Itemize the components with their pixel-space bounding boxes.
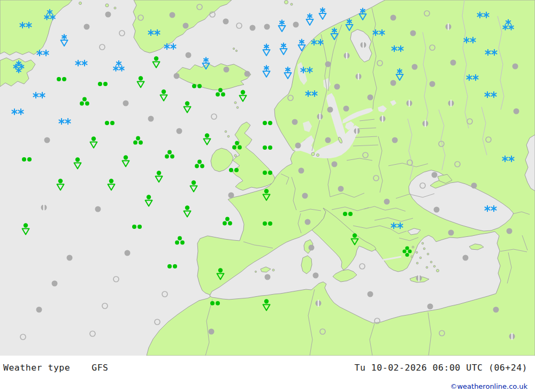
overcast-symbol [183,23,189,29]
status-line: Weather type GFS Tu 10-02-2026 06:00 UTC… [0,356,535,373]
overcast-symbol [292,119,298,125]
overcast-symbol [123,101,129,106]
overcast-symbol [170,12,175,18]
overcast-symbol [448,230,454,236]
overcast-symbol [148,116,154,122]
overcast-symbol [105,12,111,18]
overcast-symbol [302,193,308,199]
overcast-symbol [434,207,440,213]
overcast-symbol [305,219,311,225]
overcast-symbol [186,52,192,58]
overcast-symbol [309,245,315,251]
datetime-label: Tu 10-02-2026 06:00 UTC (06+24) [355,363,528,373]
overcast-symbol [264,24,270,30]
overcast-symbol [174,73,180,79]
overcast-symbol [250,25,256,31]
overcast-symbol [384,199,390,205]
overcast-symbol [471,183,477,189]
overcast-symbol [334,84,340,90]
overcast-symbol [507,228,513,234]
overcast-symbol [514,109,519,114]
overcast-symbol [36,307,42,313]
europe-weather-map [0,0,535,356]
status-bar: Weather type GFS Tu 10-02-2026 06:00 UTC… [0,356,535,392]
overcast-symbol [327,107,333,113]
overcast-symbol [368,291,373,297]
overcast-symbol [410,30,416,36]
overcast-symbol [432,172,438,178]
overcast-symbol [177,128,182,134]
overcast-symbol [391,15,396,21]
overcast-symbol [392,137,398,143]
overcast-symbol [325,137,331,143]
overcast-symbol [427,304,433,310]
overcast-symbol [450,60,456,66]
overcast-symbol [463,255,469,261]
overcast-symbol [209,329,215,335]
overcast-symbol [295,143,301,149]
overcast-symbol [391,80,396,86]
overcast-symbol [493,307,499,313]
model-label: GFS [91,363,108,373]
overcast-symbol [368,95,373,101]
product-label: Weather type [3,363,70,373]
overcast-symbol [125,250,131,256]
overcast-symbol [265,274,271,280]
copyright-link[interactable]: ©weatheronline.co.uk [450,382,528,390]
overcast-symbol [52,281,58,287]
overcast-symbol [299,168,304,174]
overcast-symbol [412,64,418,70]
map-canvas [0,0,535,356]
overcast-symbol [223,19,229,25]
overcast-symbol [313,273,319,279]
overcast-symbol [44,137,50,143]
overcast-symbol [513,64,518,70]
overcast-symbol [332,162,338,167]
overcast-symbol [430,81,435,87]
overcast-symbol [325,62,331,67]
overcast-symbol [95,206,101,212]
overcast-symbol [244,71,250,77]
overcast-symbol [338,186,344,192]
overcast-symbol [67,255,73,261]
overcast-symbol [293,22,299,28]
overcast-symbol [228,193,234,198]
overcast-symbol [343,106,349,112]
overcast-symbol [84,24,90,30]
weather-map-page: Weather type GFS Tu 10-02-2026 06:00 UTC… [0,0,535,392]
overcast-symbol [224,67,230,73]
